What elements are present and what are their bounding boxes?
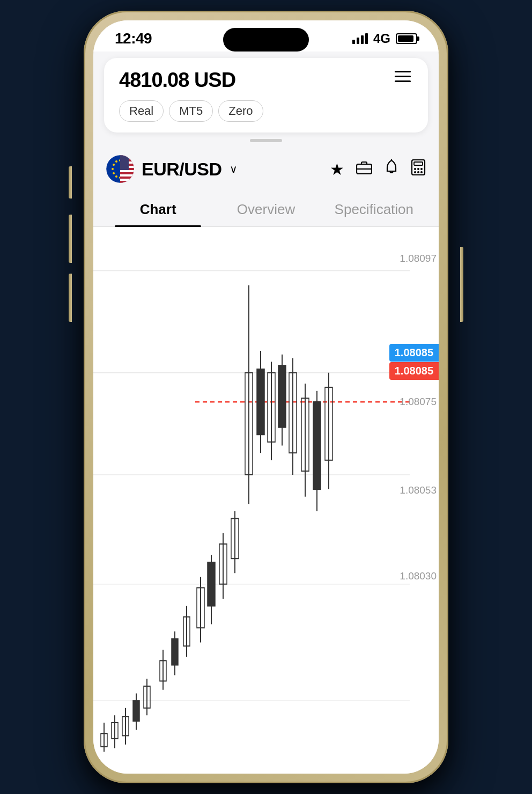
svg-rect-20: [120, 179, 134, 181]
price-label-4: 1.08053: [400, 484, 437, 496]
signal-bar-3: [361, 35, 364, 44]
currency-flag: [106, 155, 134, 183]
phone-screen: 12:49 4G 4810.08 USD: [93, 20, 439, 774]
svg-point-32: [417, 171, 419, 173]
signal-bar-1: [352, 40, 355, 44]
svg-rect-77: [313, 402, 321, 489]
account-tags: Real MT5 Zero: [119, 100, 413, 122]
signal-bars-icon: [352, 33, 368, 44]
bid-price-badge: 1.08085: [389, 362, 439, 380]
calculator-icon[interactable]: [411, 159, 426, 179]
svg-point-11: [113, 164, 115, 166]
currency-selector[interactable]: EUR/USD ∨: [142, 159, 238, 180]
svg-rect-47: [133, 701, 139, 721]
chart-area[interactable]: 1.08097 1.08075 1.08053 1.08030 1.08085 …: [93, 227, 439, 774]
svg-point-33: [420, 171, 423, 173]
battery-icon: [396, 33, 417, 44]
tab-overview[interactable]: Overview: [212, 192, 320, 226]
signal-bar-2: [357, 38, 359, 44]
candlestick-chart: [93, 227, 439, 774]
tag-mt5[interactable]: MT5: [169, 100, 213, 122]
currency-left: EUR/USD ∨: [106, 155, 238, 183]
svg-point-10: [112, 168, 114, 170]
menu-button[interactable]: [393, 69, 413, 84]
signal-bar-4: [365, 33, 368, 44]
phone-wrapper: 12:49 4G 4810.08 USD: [73, 5, 459, 789]
tab-chart[interactable]: Chart: [104, 192, 212, 226]
drag-indicator: [250, 139, 282, 142]
dynamic-island: [223, 28, 309, 52]
chevron-down-icon: ∨: [230, 163, 238, 175]
tab-specification[interactable]: Specification: [320, 192, 428, 226]
price-label-1: 1.08097: [400, 253, 437, 264]
svg-rect-71: [278, 365, 286, 427]
status-time: 12:49: [115, 30, 152, 47]
tag-zero[interactable]: Zero: [218, 100, 263, 122]
currency-name: EUR/USD: [142, 159, 222, 180]
svg-rect-27: [414, 162, 423, 165]
account-balance: 4810.08 USD: [119, 69, 235, 92]
briefcase-icon[interactable]: [356, 160, 372, 179]
svg-point-12: [115, 160, 117, 163]
svg-point-28: [414, 168, 416, 170]
phone-frame: 12:49 4G 4810.08 USD: [84, 11, 448, 783]
tabs-bar: Chart Overview Specification: [93, 192, 439, 227]
currency-actions: ★: [330, 159, 426, 179]
price-label-3: 1.08075: [400, 396, 437, 408]
hamburger-line-3: [395, 80, 411, 82]
svg-rect-59: [208, 562, 215, 606]
svg-point-9: [113, 172, 115, 174]
account-card: 4810.08 USD Real MT5 Zero: [104, 58, 428, 133]
volume-down-button[interactable]: [69, 274, 72, 322]
currency-header: EUR/USD ∨ ★: [93, 146, 439, 192]
ask-price-badge: 1.08085: [389, 344, 439, 362]
svg-point-8: [115, 175, 117, 178]
hamburger-line-2: [395, 76, 411, 77]
svg-rect-18: [120, 170, 134, 172]
svg-point-30: [420, 168, 423, 170]
svg-point-31: [414, 171, 416, 173]
favorite-star-icon[interactable]: ★: [330, 160, 344, 179]
volume-mute-button[interactable]: [69, 166, 72, 198]
price-label-5: 1.08030: [400, 570, 437, 582]
tag-real[interactable]: Real: [119, 100, 164, 122]
network-label: 4G: [373, 31, 390, 46]
status-right: 4G: [352, 31, 417, 46]
svg-rect-53: [172, 639, 178, 665]
battery-fill: [398, 35, 413, 42]
power-button[interactable]: [460, 247, 463, 322]
bell-icon[interactable]: [384, 159, 399, 179]
account-header: 4810.08 USD: [119, 69, 413, 92]
svg-point-29: [417, 168, 419, 170]
svg-rect-67: [257, 369, 264, 435]
volume-up-button[interactable]: [69, 215, 72, 263]
hamburger-line-1: [395, 71, 411, 72]
